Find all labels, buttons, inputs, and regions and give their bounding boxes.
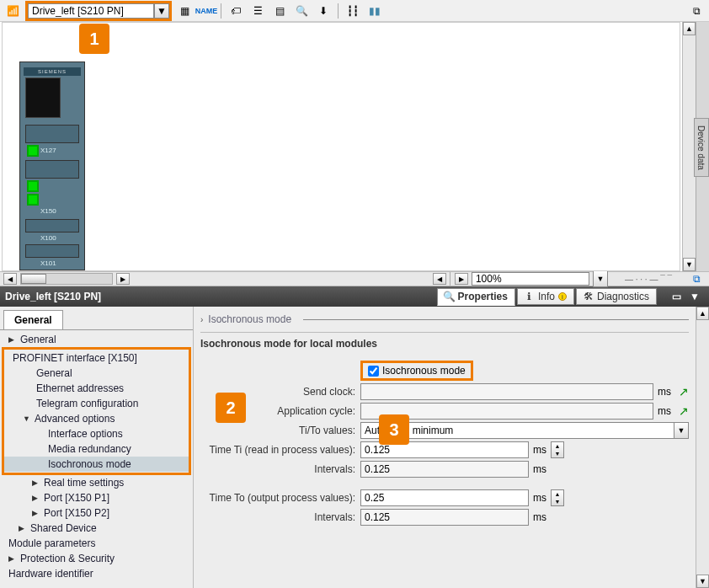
device-dropdown-wrap: ▼	[25, 1, 172, 21]
tree-interface-options[interactable]: Interface options	[4, 426, 189, 441]
device-canvas[interactable]: SIEMENS X127 X150 X100 X101	[2, 22, 680, 271]
isochronous-checkbox-wrap: Isochronous mode	[360, 361, 473, 381]
scroll-right-icon[interactable]: ▶	[116, 273, 130, 285]
tree-hardware-identifier[interactable]: Hardware identifier	[0, 566, 193, 581]
spin-up-icon[interactable]: ▲	[552, 490, 563, 498]
port-x127[interactable]	[27, 145, 39, 157]
tag-icon[interactable]: 🏷	[227, 2, 245, 20]
scroll-up-icon[interactable]: ▲	[683, 22, 696, 35]
table-icon[interactable]: ▤	[270, 2, 289, 20]
hscroll-track[interactable]	[20, 273, 113, 285]
tree-media-redundancy[interactable]: Media redundancy	[4, 441, 189, 457]
slider-label: — · · · — ¯ ¯	[625, 275, 672, 284]
general-tab[interactable]: General	[3, 310, 63, 329]
tree-port-x150-p1[interactable]: ▶Port [X150 P1]	[0, 490, 193, 505]
device-slot	[25, 219, 79, 233]
download-icon[interactable]: ⬇	[314, 2, 333, 20]
zoom-dropdown-icon[interactable]: ▼	[593, 270, 608, 287]
list-icon[interactable]: ☰	[248, 2, 267, 20]
scroll-track[interactable]	[696, 320, 709, 575]
properties-icon: 🔍	[445, 291, 455, 302]
grid-icon[interactable]: ▦	[175, 2, 194, 20]
isochronous-checkbox[interactable]	[368, 366, 379, 377]
time-to-input[interactable]	[360, 489, 529, 506]
device-dropdown[interactable]	[28, 3, 154, 19]
tree-general[interactable]: ▶General	[0, 332, 193, 347]
restore-window-icon[interactable]: ⧉	[687, 270, 706, 288]
spin-down-icon[interactable]: ▼	[552, 498, 563, 505]
scroll-left-icon[interactable]: ◀	[3, 273, 17, 285]
breadcrumb-item[interactable]: Isochronous mode	[208, 313, 291, 325]
port-x127-label: X127	[40, 147, 56, 154]
time-ti-label: Time Ti (read in process values):	[200, 445, 360, 455]
tree-shared-device[interactable]: ▶Shared Device	[0, 521, 193, 536]
link-arrow-icon[interactable]: ↗	[679, 404, 689, 418]
view-prev-icon[interactable]: ◀	[433, 273, 446, 285]
tree-pn-general[interactable]: General	[4, 366, 189, 381]
send-clock-input[interactable]	[360, 383, 653, 400]
tree-profinet-interface[interactable]: PROFINET interface [X150]	[4, 350, 189, 366]
scroll-down-icon[interactable]: ▼	[683, 258, 696, 271]
scroll-up-icon[interactable]: ▲	[696, 307, 709, 320]
scroll-down-icon[interactable]: ▼	[696, 575, 709, 588]
device-view: SIEMENS X127 X150 X100 X101 ▲ ▼	[0, 22, 709, 271]
tree-label: Real time settings	[44, 477, 124, 489]
expander-icon: ▶	[32, 509, 40, 517]
tab-diagnostics[interactable]: 🛠 Diagnostics	[576, 288, 657, 305]
time-ti-spinner[interactable]: ▲▼	[551, 441, 564, 458]
unit-label: ms	[529, 511, 551, 523]
name-icon[interactable]: NAME	[197, 2, 216, 20]
callout-3: 3	[379, 414, 409, 445]
zoom-select[interactable]	[472, 272, 589, 286]
tree-port-x150-p2[interactable]: ▶Port [X150 P2]	[0, 505, 193, 521]
device-data-tab[interactable]: Device data	[694, 118, 709, 177]
info-badge-icon: i	[558, 292, 567, 301]
link-arrow-icon[interactable]: ↗	[679, 385, 689, 398]
diagnostics-icon: 🛠	[584, 291, 594, 302]
intervals-label: Intervals:	[200, 463, 360, 475]
intervals-1-input[interactable]	[360, 461, 529, 478]
tree-ethernet-addresses[interactable]: Ethernet addresses	[4, 381, 189, 396]
inspector-title-bar: Drive_left [S210 PN] 🔍 Properties ℹ Info…	[0, 286, 709, 307]
intervals-2-input[interactable]	[360, 509, 529, 526]
spin-up-icon[interactable]: ▲	[552, 442, 563, 450]
time-to-spinner[interactable]: ▲▼	[551, 489, 564, 506]
dropdown-arrow-icon[interactable]: ▼	[154, 3, 169, 19]
device-brand: SIEMENS	[24, 67, 81, 76]
callout-2-box: PROFINET interface [X150] General Ethern…	[2, 347, 191, 475]
time-to-label: Time To (output process values):	[200, 493, 360, 503]
compare-icon[interactable]: ▮▮	[365, 2, 384, 20]
port-x150-1[interactable]	[27, 180, 39, 192]
vertical-scrollbar[interactable]: ▲ ▼	[696, 307, 709, 588]
section-title: Isochronous mode for local modules	[200, 332, 689, 358]
zoom-in-icon[interactable]: 🔍	[292, 2, 311, 20]
dropdown-arrow-icon[interactable]: ▼	[674, 422, 689, 439]
hscroll-thumb[interactable]	[21, 274, 46, 284]
view-next-icon[interactable]: ▶	[455, 273, 468, 285]
network-icon[interactable]: 📶	[3, 2, 22, 20]
tree-protection-security[interactable]: ▶Protection & Security	[0, 551, 193, 566]
spin-down-icon[interactable]: ▼	[552, 450, 563, 457]
tree-isochronous-mode[interactable]: Isochronous mode	[4, 457, 189, 472]
port-x150-2[interactable]	[27, 194, 39, 206]
tree-real-time-settings[interactable]: ▶Real time settings	[0, 475, 193, 490]
breadcrumb: › Isochronous mode	[200, 312, 689, 329]
tab-info[interactable]: ℹ Info i	[517, 288, 574, 305]
expander-icon: ▶	[19, 524, 27, 532]
info-icon: ℹ	[525, 291, 535, 302]
tab-properties[interactable]: 🔍 Properties	[437, 288, 515, 306]
device-slot	[25, 125, 79, 143]
device-graphic[interactable]: SIEMENS X127 X150 X100 X101	[19, 61, 85, 270]
tito-label: Ti/To values:	[200, 425, 360, 436]
window-icon[interactable]: ⧉	[687, 2, 706, 20]
unit-label: ms	[653, 405, 675, 417]
tree-label: Media redundancy	[48, 443, 131, 455]
minimize-icon[interactable]: ▭	[667, 287, 685, 306]
collapse-icon[interactable]: ▼	[685, 287, 704, 306]
tree-label: Protection & Security	[20, 553, 115, 564]
tree-advanced-options[interactable]: ▼Advanced options	[4, 411, 189, 426]
tree-module-parameters[interactable]: Module parameters	[0, 536, 193, 551]
port-x150-label: X150	[40, 207, 56, 215]
topology-icon[interactable]: ┇┇	[344, 2, 362, 20]
tree-telegram-config[interactable]: Telegram configuration	[4, 396, 189, 411]
